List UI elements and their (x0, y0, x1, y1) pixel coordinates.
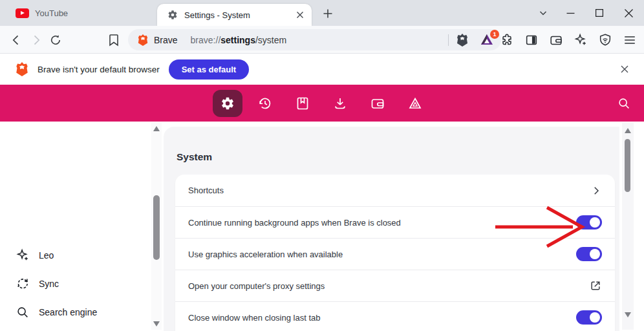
sync-icon (16, 277, 30, 291)
leo-sparkle-icon (16, 248, 30, 262)
side-panel-icon[interactable] (522, 31, 541, 49)
tab-strip: YouTube Settings - System (0, 0, 644, 26)
toggle-knob (590, 217, 600, 228)
sidebar-scrollbar-thumb[interactable] (153, 195, 160, 260)
graphics-acceleration-toggle[interactable] (576, 247, 602, 261)
brave-shields-icon[interactable] (456, 33, 469, 47)
youtube-favicon-icon (16, 8, 29, 18)
url-path: /system (255, 35, 286, 45)
nav-rewards-icon[interactable] (400, 90, 430, 117)
sidebar-item-label: Leo (39, 248, 54, 261)
nav-settings-gear-icon[interactable] (213, 90, 242, 117)
setting-row-graphics-acceleration: Use graphics acceleration when available (175, 238, 615, 270)
banner-close-icon[interactable] (617, 61, 632, 77)
external-link-icon (589, 279, 602, 292)
settings-sidebar: Leo Sync Search engine Extensions (0, 122, 151, 331)
default-browser-banner: Brave isn't your default browser Set as … (0, 54, 644, 85)
settings-content-panel: System Shortcuts Continue running backgr… (164, 127, 619, 331)
tab-youtube[interactable]: YouTube (6, 0, 77, 26)
content-scrollbar-thumb[interactable] (625, 139, 630, 192)
brave-lion-icon (15, 61, 29, 77)
nav-downloads-icon[interactable] (325, 90, 355, 117)
leo-sparkle-icon[interactable] (572, 31, 590, 49)
brave-rewards-bat-icon[interactable]: 1 (479, 32, 495, 48)
chevron-right-icon (590, 185, 602, 197)
setting-label: Close window when closing last tab (188, 313, 576, 323)
system-settings-card: Shortcuts Continue running background ap… (175, 175, 615, 331)
sidebar-item-label: Search engine (39, 305, 97, 318)
brave-lion-icon (137, 34, 149, 47)
nav-bookmarks-icon[interactable] (288, 90, 317, 117)
url-scheme: brave:// (191, 35, 221, 45)
sidebar-item-sync[interactable]: Sync (0, 277, 59, 291)
menu-icon[interactable] (621, 31, 639, 49)
continue-running-background-apps-toggle[interactable] (576, 215, 602, 230)
tab-settings-system[interactable]: Settings - System (157, 4, 312, 26)
sidebar-item-label: Sync (39, 277, 59, 290)
extensions-icon[interactable] (498, 31, 516, 49)
sidebar-item-leo[interactable]: Leo (0, 248, 54, 262)
setting-label: Use graphics acceleration when available (188, 250, 576, 259)
reload-button[interactable] (48, 33, 63, 47)
nav-wallet-icon[interactable] (363, 90, 392, 117)
tab-title: YouTube (35, 8, 68, 18)
tab-close-icon[interactable] (296, 11, 304, 19)
back-button[interactable] (9, 33, 23, 47)
scroll-down-icon[interactable] (625, 312, 631, 317)
scroll-up-icon[interactable] (625, 128, 631, 133)
settings-gear-favicon-icon (167, 10, 178, 20)
nav-history-icon[interactable] (250, 90, 280, 117)
set-as-default-button[interactable]: Set as default (169, 59, 250, 80)
site-chip-label: Brave (154, 35, 178, 45)
search-icon (16, 305, 30, 319)
close-window-last-tab-toggle[interactable] (576, 310, 602, 325)
content-scrollbar[interactable] (622, 123, 634, 330)
window-maximize-button[interactable] (585, 0, 614, 26)
setting-label: Continue running background apps when Br… (188, 218, 576, 228)
settings-header-nav (0, 85, 644, 122)
browser-window: YouTube Settings - System (0, 0, 644, 331)
setting-row-proxy-settings[interactable]: Open your computer's proxy settings (175, 270, 615, 301)
bookmark-icon[interactable] (107, 33, 121, 47)
new-tab-button[interactable] (319, 5, 336, 22)
sidebar-item-search-engine[interactable]: Search engine (0, 305, 97, 319)
tab-title: Settings - System (184, 10, 296, 20)
site-info-chip[interactable]: Brave (137, 34, 178, 47)
toggle-knob (590, 249, 600, 259)
setting-label: Open your computer's proxy settings (188, 281, 589, 291)
forward-button-disabled[interactable] (29, 33, 43, 47)
banner-message: Brave isn't your default browser (38, 65, 160, 74)
setting-row-background-apps: Continue running background apps when Br… (175, 206, 615, 238)
vpn-shield-icon[interactable] (596, 31, 614, 49)
scroll-up-icon[interactable] (153, 126, 160, 131)
url-host: settings (220, 35, 255, 45)
address-bar[interactable]: Brave brave://settings/system 1 (128, 29, 501, 50)
sidebar-scrollbar[interactable] (151, 123, 162, 330)
scroll-down-icon[interactable] (153, 321, 160, 326)
setting-row-close-window-last-tab: Close window when closing last tab (175, 301, 615, 331)
window-minimize-button[interactable] (556, 0, 585, 26)
toggle-knob (590, 312, 600, 323)
omnibox-separator (448, 34, 449, 46)
settings-body: Leo Sync Search engine Extensions (0, 122, 644, 331)
settings-search-icon[interactable] (616, 95, 632, 112)
window-close-button[interactable] (614, 0, 643, 26)
tab-search-chevron-icon[interactable] (535, 6, 551, 20)
setting-row-shortcuts[interactable]: Shortcuts (175, 175, 615, 206)
setting-label: Shortcuts (188, 186, 590, 195)
page-title: System (177, 151, 212, 163)
wallet-icon[interactable] (547, 31, 565, 49)
url-text: brave://settings/system (191, 35, 441, 45)
